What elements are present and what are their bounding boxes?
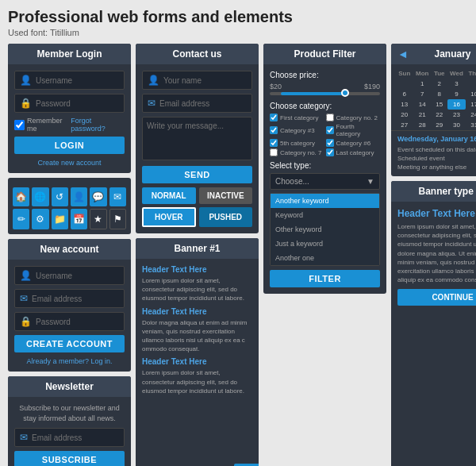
choose-category-label: Choose category:: [270, 102, 380, 110]
send-button[interactable]: SEND: [142, 166, 252, 183]
keyword-2[interactable]: Keyword: [271, 208, 379, 222]
cal-cell[interactable]: 8: [432, 89, 447, 99]
cal-cell[interactable]: 28: [413, 120, 432, 130]
cal-cell[interactable]: 17: [466, 99, 476, 110]
state-pushed-button[interactable]: PUSHED: [199, 207, 253, 227]
new-username-input[interactable]: [36, 272, 119, 280]
cal-cell[interactable]: 27: [396, 120, 413, 130]
keyword-3[interactable]: Other keyword: [271, 222, 379, 237]
cal-cell[interactable]: 30: [447, 120, 466, 130]
password-input[interactable]: [36, 99, 119, 108]
cal-cell[interactable]: 14: [413, 99, 432, 110]
state-hover-button[interactable]: HOVER: [142, 207, 196, 227]
already-member-link[interactable]: Already a member? Log in.: [26, 357, 112, 365]
cal-cell[interactable]: 10: [466, 89, 476, 99]
state-inactive-button: INACTIVE: [199, 187, 253, 204]
cat-5: 5th category: [270, 139, 324, 147]
contact-name-input[interactable]: [163, 76, 247, 85]
new-email-field[interactable]: ✉: [14, 289, 125, 308]
choose-price-label: Choose price:: [270, 71, 380, 79]
cal-cell[interactable]: 29: [432, 120, 447, 130]
state-normal-button[interactable]: NORMAL: [142, 187, 196, 204]
cal-cell[interactable]: [466, 79, 476, 89]
edit-icon[interactable]: ✏: [13, 209, 29, 229]
schedule-item-3: Meeting or anything else 2:45 pm: [397, 164, 476, 171]
email-icon[interactable]: ✉: [109, 187, 126, 206]
lock-icon: 🔒: [20, 98, 32, 109]
flag-icon[interactable]: ⚑: [109, 209, 126, 229]
create-account-link[interactable]: Create new account: [37, 159, 101, 167]
username-input[interactable]: [36, 76, 119, 85]
remember-label[interactable]: Remember me: [14, 117, 71, 133]
banner1-panel: Banner #1 Header Text Here Lorem ipsum d…: [136, 238, 259, 466]
keyword-4[interactable]: Just a keyword: [271, 237, 379, 251]
newsletter-subscribe-button[interactable]: SUBSCRIBE: [14, 451, 125, 466]
page-title: Professional web forms and elements: [8, 8, 468, 26]
star-icon[interactable]: ★: [90, 209, 106, 229]
cal-cell[interactable]: 7: [413, 89, 432, 99]
keyword-1[interactable]: Another keyword: [271, 194, 379, 208]
cal-cell[interactable]: 20: [396, 110, 413, 120]
member-login-panel: Member Login 👤 🔒 Remember me Forgot pass…: [8, 44, 131, 173]
contact-message-field[interactable]: [142, 117, 252, 160]
username-field[interactable]: 👤: [14, 71, 125, 90]
cal-cell[interactable]: 23: [447, 110, 466, 120]
contact-panel: Contact us 👤 ✉ SEND NORMAL INACTIVE HOVE…: [136, 44, 259, 233]
cal-cell[interactable]: 6: [396, 89, 413, 99]
contact-email-field[interactable]: ✉: [142, 94, 252, 113]
globe-icon[interactable]: 🌐: [32, 187, 48, 206]
new-password-field[interactable]: 🔒: [14, 312, 125, 331]
schedule-item-2: Scheduled event 10:15 am: [397, 155, 476, 162]
cal-cell[interactable]: 21: [413, 110, 432, 120]
login-button[interactable]: LOGIN: [14, 137, 125, 154]
email-icon-4: ✉: [148, 98, 155, 109]
contact-name-field[interactable]: 👤: [142, 71, 252, 90]
cal-cell[interactable]: 24: [466, 110, 476, 120]
new-email-input[interactable]: [32, 295, 119, 303]
new-password-input[interactable]: [36, 318, 119, 326]
price-max: $190: [364, 83, 380, 91]
price-slider[interactable]: [270, 92, 380, 95]
refresh-icon[interactable]: ↺: [52, 187, 68, 206]
banner2-continue-button[interactable]: CONTINUE: [397, 289, 476, 306]
folder-icon[interactable]: 📁: [52, 209, 68, 229]
cal-cell[interactable]: 31: [466, 120, 476, 130]
cal-cell[interactable]: 22: [432, 110, 447, 120]
forgot-password-link[interactable]: Forgot password?: [71, 117, 125, 133]
cal-today[interactable]: 16: [447, 99, 466, 110]
cal-cell[interactable]: 15: [432, 99, 447, 110]
calendar-icon[interactable]: 📅: [71, 209, 87, 229]
cal-cell[interactable]: 9: [447, 89, 466, 99]
banner1-title-1: Header Text Here: [142, 265, 252, 274]
cal-cell[interactable]: 3: [447, 79, 466, 89]
keyword-5[interactable]: Another one: [271, 251, 379, 265]
remember-checkbox[interactable]: [14, 120, 25, 130]
contact-email-input[interactable]: [159, 99, 247, 108]
user-circle-icon[interactable]: 👤: [71, 187, 87, 206]
newsletter-description: Subscribe to our newsletter and stay inf…: [14, 403, 125, 423]
settings-icon[interactable]: ⚙: [32, 209, 48, 229]
home-icon[interactable]: 🏠: [13, 187, 29, 206]
cal-cell[interactable]: 1: [413, 79, 432, 89]
new-account-header: New account: [8, 239, 131, 260]
banner2-panel: Banner type #2 Header Text Here Lorem ip…: [391, 181, 476, 466]
product-filter-panel: Product Filter Choose price: $20 $190 Ch…: [263, 44, 386, 294]
cal-cell[interactable]: 13: [396, 99, 413, 110]
create-account-button[interactable]: CREATE ACCOUNT: [14, 335, 125, 352]
cat-3: Category #3: [270, 123, 324, 137]
cal-cell[interactable]: [396, 79, 413, 89]
chat-icon[interactable]: 💬: [90, 187, 106, 206]
calendar-prev-icon[interactable]: ◄: [397, 48, 409, 60]
newsletter-email-input[interactable]: [32, 433, 119, 442]
banner1-item-2: Header Text Here Dolor magna aliqua ut e…: [142, 307, 252, 354]
email-icon-3: ✉: [20, 432, 28, 443]
password-field[interactable]: 🔒: [14, 94, 125, 113]
cal-day-thu: Thu: [466, 68, 476, 79]
select-type-dropdown[interactable]: Choose... ▼: [270, 173, 380, 190]
newsletter-email-field[interactable]: ✉: [14, 428, 125, 447]
user-icon-3: 👤: [148, 75, 159, 86]
filter-button[interactable]: FILTER: [270, 270, 380, 287]
cal-cell[interactable]: 2: [432, 79, 447, 89]
member-login-header: Member Login: [8, 44, 131, 64]
new-username-field[interactable]: 👤: [14, 266, 125, 285]
